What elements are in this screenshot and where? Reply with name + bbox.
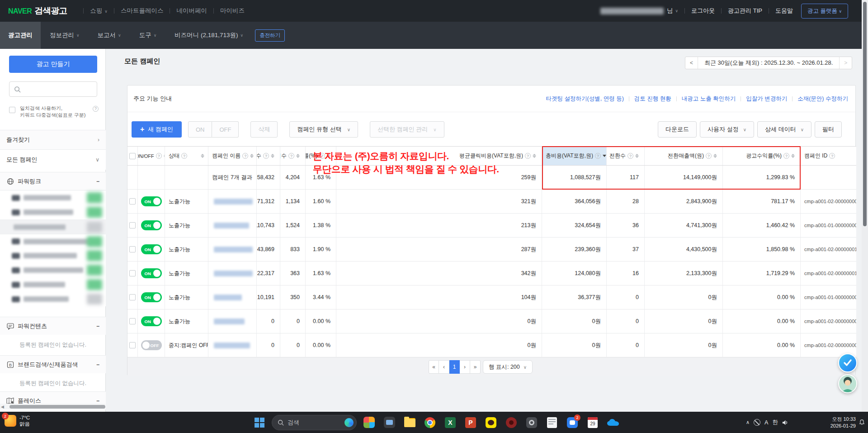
cell-campaign-name[interactable] bbox=[208, 190, 257, 213]
page-first-button[interactable]: « bbox=[429, 360, 439, 374]
sidebar-section-powerlink[interactable]: 파워링크 − bbox=[0, 172, 106, 190]
taskbar-clock[interactable]: 오전 10:33 2026-01-29 bbox=[814, 416, 856, 429]
row-checkbox[interactable] bbox=[129, 246, 136, 252]
campaign-type-select[interactable]: 캠페인 유형 선택∨ bbox=[289, 121, 358, 138]
download-button[interactable]: 다운로드 bbox=[658, 121, 697, 138]
sort-icon[interactable] bbox=[271, 154, 274, 158]
help-icon[interactable]: ? bbox=[627, 153, 633, 159]
cell-campaign-name[interactable] bbox=[208, 214, 257, 237]
onoff-toggle[interactable]: ON bbox=[141, 292, 162, 302]
onoff-toggle[interactable]: ON bbox=[141, 196, 162, 206]
help-icon[interactable]: ? bbox=[595, 153, 601, 159]
sidebar-campaign-item[interactable] bbox=[0, 277, 106, 292]
cell-campaign-name[interactable] bbox=[208, 262, 257, 285]
help-icon[interactable]: ? bbox=[829, 153, 835, 159]
onoff-toggle[interactable]: ON bbox=[141, 316, 162, 326]
tab-0[interactable]: 광고관리 bbox=[0, 22, 41, 49]
sidebar-campaign-item[interactable] bbox=[0, 205, 106, 219]
header-cell-10[interactable]: 광고수익률(%)? bbox=[723, 147, 801, 165]
detail-data-select[interactable]: 상세 데이터∨ bbox=[757, 121, 811, 138]
cell-campaign-name[interactable] bbox=[208, 285, 257, 309]
help-icon[interactable]: ? bbox=[319, 153, 325, 159]
date-next-button[interactable]: > bbox=[839, 57, 852, 69]
taskbar-weather-widget[interactable]: 2 -7°C 맑음 bbox=[5, 414, 30, 427]
taskbar-search-input[interactable]: 검색 bbox=[272, 415, 357, 430]
create-ad-button[interactable]: 광고 만들기 bbox=[9, 56, 97, 73]
notification-bell-icon[interactable] bbox=[859, 419, 865, 425]
header-cell-0[interactable]: ON/OFF? bbox=[138, 147, 165, 165]
sort-icon[interactable] bbox=[533, 154, 536, 158]
row-checkbox[interactable] bbox=[129, 270, 136, 276]
collapse-minus-icon[interactable]: − bbox=[96, 398, 99, 404]
scrollbar-thumb[interactable] bbox=[9, 405, 105, 409]
page-next-button[interactable]: › bbox=[460, 360, 470, 374]
onoff-toggle[interactable]: OFF bbox=[141, 340, 162, 350]
notes-app-icon[interactable] bbox=[544, 414, 560, 432]
row-checkbox[interactable] bbox=[129, 294, 136, 300]
sort-icon[interactable] bbox=[791, 154, 795, 158]
off-button[interactable]: OFF bbox=[212, 121, 239, 138]
sort-icon[interactable] bbox=[296, 154, 300, 158]
header-cell-8[interactable]: 전환수? bbox=[607, 147, 645, 165]
header-cell-7[interactable]: 총비용(VAT포함,원)? bbox=[542, 147, 607, 165]
chat-widget-button[interactable] bbox=[838, 353, 857, 372]
sort-icon[interactable] bbox=[635, 154, 639, 158]
sidebar-item-all-campaigns[interactable]: 모든 캠페인∨ bbox=[0, 149, 106, 170]
top-menu-1[interactable]: 스마트플레이스 bbox=[121, 7, 164, 15]
onoff-toggle[interactable]: ON bbox=[141, 220, 162, 230]
tab-3[interactable]: 도구∨ bbox=[130, 22, 166, 49]
sidebar-campaign-item[interactable] bbox=[0, 190, 106, 205]
sidebar-horizontal-scrollbar[interactable]: ◀ bbox=[0, 404, 105, 409]
date-range-label[interactable]: 최근 30일(오늘 제외) : 2025.12.30. ~ 2026.01.28… bbox=[698, 57, 839, 69]
rows-per-page-select[interactable]: 행 표시: 200∨ bbox=[483, 360, 533, 374]
quick-link-1[interactable]: 검토 진행 현황 bbox=[634, 95, 671, 103]
top-link-2[interactable]: 도움말 bbox=[775, 7, 793, 15]
page-prev-button[interactable]: ‹ bbox=[439, 360, 449, 374]
hidden-icons-chevron-icon[interactable]: ∧ bbox=[746, 419, 750, 425]
top-link-1[interactable]: 광고관리 TIP bbox=[728, 7, 762, 15]
volume-icon[interactable] bbox=[782, 419, 789, 426]
charge-button[interactable]: 충전하기 bbox=[255, 29, 285, 42]
help-icon[interactable]: ? bbox=[288, 153, 294, 159]
sort-icon[interactable] bbox=[201, 154, 204, 158]
quick-link-4[interactable]: 소재(문안) 수정하기 bbox=[797, 95, 848, 103]
quick-link-3[interactable]: 입찰가 변경하기 bbox=[746, 95, 787, 103]
header-cell-4[interactable]: 클릭수? bbox=[280, 147, 306, 165]
cell-campaign-name[interactable] bbox=[208, 238, 257, 261]
help-icon[interactable]: ? bbox=[783, 153, 789, 159]
date-prev-button[interactable]: < bbox=[685, 57, 698, 69]
on-button[interactable]: ON bbox=[188, 121, 212, 138]
help-icon[interactable]: ? bbox=[156, 153, 162, 159]
powerpoint-icon[interactable]: P bbox=[462, 414, 479, 432]
help-icon[interactable]: ? bbox=[706, 153, 712, 159]
onoff-toggle[interactable]: ON bbox=[141, 268, 162, 278]
onoff-toggle[interactable]: ON bbox=[141, 244, 162, 254]
row-checkbox[interactable] bbox=[129, 318, 136, 324]
ime-korean-indicator[interactable]: 한 bbox=[772, 419, 778, 426]
sort-desc-icon[interactable] bbox=[603, 155, 606, 157]
delete-button[interactable]: 삭제 bbox=[250, 121, 278, 138]
settings-app-icon[interactable] bbox=[524, 414, 540, 432]
header-cell-1[interactable]: 상태? bbox=[165, 147, 208, 165]
sidebar-campaign-item[interactable] bbox=[0, 234, 106, 248]
header-cell-9[interactable]: 전환매출액(원)? bbox=[645, 147, 723, 165]
scroll-left-arrow-icon[interactable]: ◀ bbox=[1, 404, 4, 409]
chevron-down-icon[interactable]: ∨ bbox=[675, 9, 679, 13]
sidebar-item-favorites[interactable]: 즐겨찾기› bbox=[0, 130, 106, 149]
new-campaign-button[interactable]: + 새 캠페인 bbox=[132, 121, 182, 138]
scrollbar-thumb[interactable] bbox=[863, 2, 867, 226]
match-search-checkbox[interactable] bbox=[9, 107, 15, 113]
top-link-0[interactable]: 로그아웃 bbox=[691, 7, 715, 15]
header-cell-2[interactable]: 캠페인 이름? bbox=[208, 147, 257, 165]
header-cell-3[interactable]: 노출수? bbox=[257, 147, 280, 165]
sidebar-section-0[interactable]: 파워컨텐츠− bbox=[0, 317, 106, 335]
collapse-minus-icon[interactable]: − bbox=[96, 178, 99, 185]
excel-icon[interactable]: X bbox=[442, 414, 458, 432]
sidebar-section-1[interactable]: B브랜드검색/신제품검색− bbox=[0, 355, 106, 373]
top-menu-2[interactable]: 네이버페이 bbox=[176, 7, 207, 15]
help-icon[interactable]: ? bbox=[181, 153, 187, 159]
row-checkbox[interactable] bbox=[129, 198, 136, 205]
sidebar-campaign-item[interactable] bbox=[0, 292, 106, 306]
widgets-icon[interactable] bbox=[361, 414, 377, 432]
page-number-button[interactable]: 1 bbox=[449, 360, 460, 374]
